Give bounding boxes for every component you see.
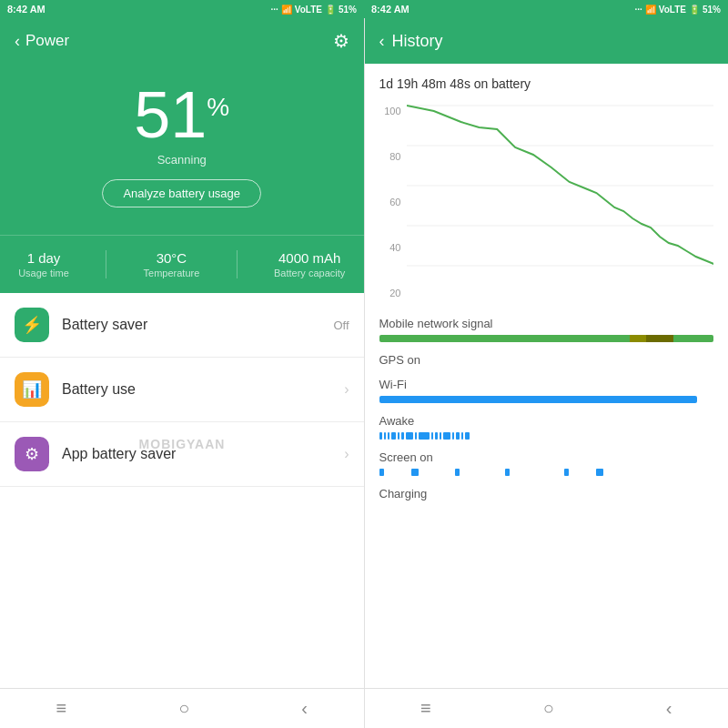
wifi-icon: 📶 [281, 5, 292, 15]
left-nav-menu-icon[interactable]: ≡ [56, 698, 67, 719]
screen-container: 8:42 AM ··· 📶 VoLTE 🔋 51% 8:42 AM ··· 📶 … [0, 0, 728, 728]
battery-chart: 100 80 60 40 20 [379, 102, 714, 302]
app-battery-saver-label: App battery saver [62, 446, 344, 462]
battery-use-label: Battery use [62, 381, 344, 398]
signal-seg-green2 [673, 335, 713, 342]
stat-temperature: 30°C Temperature [144, 250, 200, 278]
chart-label-100: 100 [379, 106, 401, 116]
left-nav-bar: ≡ ○ ‹ [0, 688, 364, 728]
awake-dot-5 [398, 432, 399, 440]
r-battery-icon: 🔋 [689, 5, 700, 15]
left-time: 8:42 AM [7, 4, 46, 15]
left-status-bar: 8:42 AM ··· 📶 VoLTE 🔋 51% [0, 0, 364, 18]
mobile-network-signal-bar [379, 335, 714, 342]
awake-dot-11 [435, 432, 438, 440]
stat-divider-2 [237, 250, 238, 278]
screens-row: ‹ Power ⚙ 51 % Scanning Analyze battery … [0, 18, 728, 728]
awake-dot-4 [391, 432, 396, 440]
battery-percent-status: 51% [339, 5, 357, 15]
analyze-battery-button[interactable]: Analyze battery usage [102, 179, 261, 207]
awake-dot-9 [419, 432, 430, 440]
r-volte-label: VoLTE [659, 5, 686, 15]
left-status-icons: ··· 📶 VoLTE 🔋 51% [270, 5, 357, 15]
history-content: 1d 19h 48m 48s on battery 100 80 60 40 2… [365, 64, 729, 688]
screen-on-label: Screen on [379, 450, 714, 464]
awake-dot-16 [461, 432, 463, 440]
right-nav-bar: ≡ ○ ‹ [365, 688, 729, 728]
volte-label: VoLTE [295, 5, 322, 15]
gps-section: GPS on [379, 353, 714, 367]
battery-use-arrow-icon: › [344, 381, 349, 398]
stat-capacity-label: Battery capacity [274, 268, 345, 278]
screen-dot-2 [411, 469, 419, 476]
awake-activity-bar [379, 432, 714, 440]
screen-dot-3 [455, 469, 460, 476]
awake-dot-12 [440, 432, 441, 440]
wifi-bar [379, 396, 697, 403]
left-back-button[interactable]: ‹ Power [15, 32, 69, 51]
left-panel: ‹ Power ⚙ 51 % Scanning Analyze battery … [0, 18, 364, 728]
awake-dot-6 [401, 432, 404, 440]
screen-dot-4 [505, 469, 510, 476]
mobile-network-signal-label: Mobile network signal [379, 317, 714, 330]
settings-icon[interactable]: ⚙ [333, 30, 349, 52]
awake-dot-15 [456, 432, 460, 440]
mobile-network-signal-section: Mobile network signal [379, 317, 714, 342]
screen-dot-5 [564, 469, 569, 476]
battery-saver-toggle[interactable]: Off [333, 318, 349, 332]
signal-dots: ··· [270, 5, 278, 15]
chart-label-40: 40 [379, 242, 401, 253]
app-battery-saver-icon: ⚙ [15, 437, 49, 471]
stat-temp-label: Temperature [144, 268, 200, 278]
left-nav-home-icon[interactable]: ○ [178, 698, 189, 719]
awake-dot-14 [452, 432, 454, 440]
awake-dot-8 [415, 432, 417, 440]
scanning-status: Scanning [157, 153, 207, 167]
menu-item-app-battery-saver[interactable]: ⚙ App battery saver › [0, 422, 364, 487]
right-status-bar: 8:42 AM ··· 📶 VoLTE 🔋 51% [364, 0, 728, 18]
battery-symbol: % [207, 95, 229, 120]
chart-y-labels: 100 80 60 40 20 [379, 102, 401, 302]
awake-label: Awake [379, 414, 714, 428]
awake-dot-3 [388, 432, 389, 440]
right-back-arrow-icon[interactable]: ‹ [379, 32, 385, 51]
signal-seg-green [379, 335, 631, 342]
menu-item-battery-use[interactable]: 📊 Battery use › [0, 358, 364, 422]
stat-capacity-value: 4000 mAh [278, 250, 340, 266]
stat-divider-1 [106, 250, 106, 278]
signal-seg-dark [646, 335, 672, 342]
chart-label-20: 20 [379, 288, 401, 298]
awake-dot-17 [465, 432, 470, 440]
r-battery-percent-status: 51% [703, 5, 721, 15]
right-header-title: History [392, 32, 443, 51]
app-battery-saver-arrow-icon: › [344, 446, 349, 462]
stat-usage-time: 1 day Usage time [18, 250, 69, 278]
stats-row: 1 day Usage time 30°C Temperature 4000 m… [0, 235, 364, 293]
right-nav-menu-icon[interactable]: ≡ [420, 698, 431, 719]
right-panel: ‹ History 1d 19h 48m 48s on battery 100 … [365, 18, 729, 728]
awake-section: Awake [379, 414, 714, 440]
battery-saver-label: Battery saver [62, 317, 333, 333]
right-nav-home-icon[interactable]: ○ [543, 698, 554, 719]
chart-svg-wrapper [407, 102, 714, 302]
right-header: ‹ History [365, 18, 729, 64]
screen-dot-6 [596, 469, 603, 476]
awake-dot-1 [379, 432, 382, 440]
screen-on-section: Screen on [379, 450, 714, 476]
stat-usage-value: 1 day [27, 250, 61, 266]
screen-on-activity-bar [379, 469, 714, 476]
charging-label: Charging [379, 487, 714, 500]
status-row: 8:42 AM ··· 📶 VoLTE 🔋 51% 8:42 AM ··· 📶 … [0, 0, 728, 18]
wifi-label: Wi-Fi [379, 378, 714, 391]
stat-capacity: 4000 mAh Battery capacity [274, 250, 345, 278]
battery-number: 51 [134, 82, 207, 147]
charging-section: Charging [379, 487, 714, 500]
menu-item-battery-saver[interactable]: ⚡ Battery saver Off [0, 293, 364, 358]
right-nav-back-icon[interactable]: ‹ [666, 698, 672, 719]
awake-dot-2 [384, 432, 386, 440]
gps-label: GPS on [379, 353, 714, 367]
stat-temp-value: 30°C [157, 250, 187, 266]
left-nav-back-icon[interactable]: ‹ [301, 698, 308, 719]
battery-saver-icon: ⚡ [15, 308, 49, 342]
history-duration: 1d 19h 48m 48s on battery [379, 76, 714, 91]
